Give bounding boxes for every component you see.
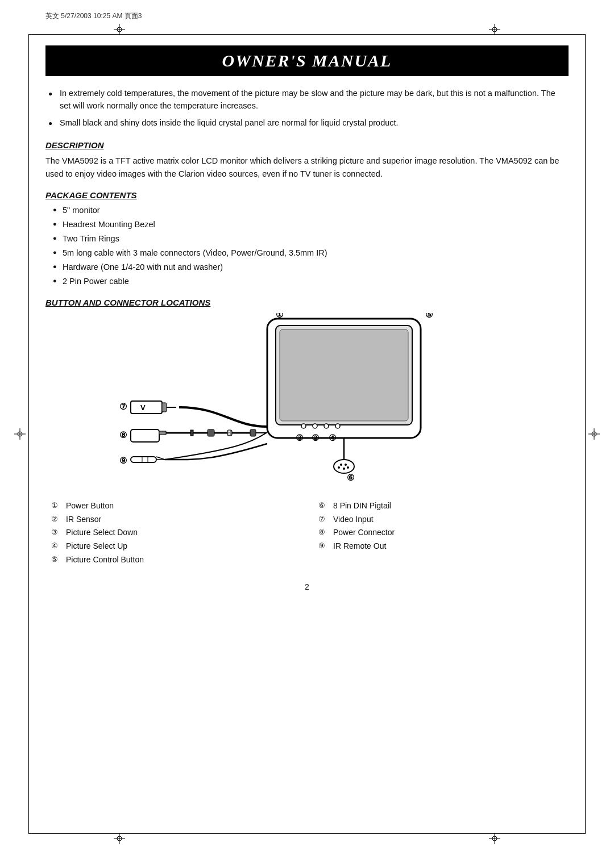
border-bottom — [28, 833, 586, 834]
svg-point-58 — [345, 464, 347, 466]
svg-rect-22 — [313, 424, 317, 428]
legend-item-7: ⑦ Video Input — [318, 514, 569, 525]
diagram-container: ① ⑤ ③ ② ④ ⑦ V — [45, 313, 569, 495]
svg-text:⑧: ⑧ — [119, 430, 127, 440]
reg-mark-mid-right — [588, 428, 600, 440]
legend-num-2: ② — [51, 514, 64, 524]
page-metadata: 英文 5/27/2003 10:25 AM 頁面3 — [45, 11, 142, 21]
legend-num-8: ⑧ — [318, 527, 331, 537]
svg-text:③: ③ — [296, 433, 303, 443]
legend-label-9: IR Remote Out — [333, 541, 386, 552]
svg-text:④: ④ — [329, 433, 336, 443]
page-title: OWNER'S MANUAL — [45, 51, 569, 70]
reg-mark-bottom-right — [489, 833, 500, 844]
package-item-2: Two Trim Rings — [51, 233, 569, 245]
intro-bullet-list: In extremely cold temperatures, the move… — [45, 87, 569, 129]
border-left — [28, 34, 29, 834]
legend-item-6: ⑥ 8 Pin DIN Pigtail — [318, 500, 569, 512]
title-bar: OWNER'S MANUAL — [45, 45, 569, 76]
border-top — [28, 34, 586, 35]
svg-point-57 — [340, 464, 342, 466]
legend-label-1: Power Button — [66, 500, 114, 512]
legend-num-1: ① — [51, 500, 64, 511]
svg-point-45 — [229, 433, 230, 435]
legend-label-8: Power Connector — [333, 527, 395, 539]
svg-rect-47 — [250, 429, 256, 436]
svg-rect-24 — [335, 424, 340, 428]
legend-item-9: ⑨ IR Remote Out — [318, 541, 569, 552]
svg-text:②: ② — [312, 433, 319, 443]
legend-label-4: Picture Select Up — [66, 541, 127, 552]
legend-label-3: Picture Select Down — [66, 527, 138, 539]
reg-mark-mid-left — [14, 428, 26, 440]
package-list: 5" monitor Headrest Mounting Bezel Two T… — [51, 205, 569, 287]
package-item-4: Hardware (One 1/4-20 with nut and washer… — [51, 261, 569, 273]
svg-text:⑤: ⑤ — [425, 313, 433, 319]
package-item-1: Headrest Mounting Bezel — [51, 219, 569, 231]
svg-point-44 — [229, 431, 230, 432]
svg-rect-34 — [162, 403, 167, 412]
intro-bullet-2: Small black and shiny dots inside the li… — [45, 117, 569, 130]
legend-item-2: ② IR Sensor — [51, 514, 301, 525]
legend: ① Power Button ⑥ 8 Pin DIN Pigtail ② IR … — [51, 500, 569, 565]
reg-mark-bottom-left — [114, 833, 125, 844]
svg-text:①: ① — [276, 313, 283, 319]
package-heading: PACKAGE CONTENTS — [45, 190, 569, 200]
page-number: 2 — [45, 582, 569, 591]
package-item-3: 5m long cable with 3 male connectors (Vi… — [51, 247, 569, 259]
legend-num-3: ③ — [51, 527, 64, 537]
svg-rect-31 — [131, 401, 162, 414]
svg-text:⑨: ⑨ — [119, 456, 127, 465]
border-right — [585, 34, 586, 834]
legend-label-6: 8 Pin DIN Pigtail — [333, 500, 391, 512]
diagram-section: ① ⑤ ③ ② ④ ⑦ V — [45, 313, 569, 495]
legend-label-5: Picture Control Button — [66, 554, 144, 566]
svg-text:⑦: ⑦ — [119, 402, 127, 411]
svg-point-56 — [334, 460, 354, 473]
legend-item-1: ① Power Button — [51, 500, 301, 512]
intro-bullet-1: In extremely cold temperatures, the move… — [45, 87, 569, 112]
reg-mark-top-right — [489, 24, 500, 35]
description-heading: DESCRIPTION — [45, 140, 569, 150]
legend-label-7: Video Input — [333, 514, 374, 525]
connector-diagram: ① ⑤ ③ ② ④ ⑦ V — [108, 313, 506, 495]
main-content: In extremely cold temperatures, the move… — [45, 87, 569, 591]
svg-point-59 — [338, 466, 340, 469]
legend-num-4: ④ — [51, 541, 64, 551]
legend-num-9: ⑨ — [318, 541, 331, 551]
description-text: The VMA5092 is a TFT active matrix color… — [45, 155, 569, 180]
svg-rect-23 — [324, 424, 329, 428]
legend-num-6: ⑥ — [318, 500, 331, 511]
svg-point-60 — [343, 468, 345, 470]
package-item-5: 2 Pin Power cable — [51, 276, 569, 287]
svg-rect-37 — [159, 431, 166, 435]
svg-rect-51 — [131, 457, 156, 462]
meta-text: 英文 5/27/2003 10:25 AM 頁面3 — [45, 12, 142, 20]
legend-num-7: ⑦ — [318, 514, 331, 524]
legend-label-2: IR Sensor — [66, 514, 101, 525]
legend-item-3: ③ Picture Select Down — [51, 527, 301, 539]
svg-rect-39 — [190, 430, 193, 436]
package-item-0: 5" monitor — [51, 205, 569, 216]
svg-text:⑥: ⑥ — [347, 473, 354, 482]
svg-rect-36 — [131, 429, 159, 442]
legend-num-5: ⑤ — [51, 554, 64, 565]
legend-item-5: ⑤ Picture Control Button — [51, 554, 301, 566]
reg-mark-top-left — [114, 24, 125, 35]
svg-rect-21 — [301, 424, 306, 428]
button-connector-heading: BUTTON AND CONNECTOR LOCATIONS — [45, 298, 569, 307]
svg-text:V: V — [140, 403, 146, 412]
svg-rect-41 — [208, 429, 214, 436]
svg-rect-20 — [280, 329, 408, 421]
legend-item-8: ⑧ Power Connector — [318, 527, 569, 539]
legend-item-4: ④ Picture Select Up — [51, 541, 301, 552]
svg-point-61 — [347, 466, 349, 469]
